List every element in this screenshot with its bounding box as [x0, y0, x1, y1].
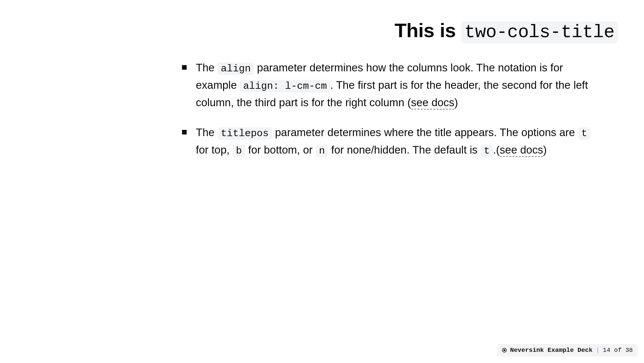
code-b: b	[233, 145, 245, 157]
title-code: two-cols-title	[461, 21, 618, 43]
list-item: The titlepos parameter determines where …	[182, 124, 606, 159]
list-item: The align parameter determines how the c…	[182, 59, 606, 111]
svg-point-1	[503, 349, 505, 351]
text: The	[196, 61, 218, 74]
slide-content: The align parameter determines how the c…	[182, 59, 606, 172]
code-align-example: align: l-cm-cm	[240, 80, 330, 92]
see-docs-link[interactable]: see docs	[411, 96, 454, 109]
text: parameter determines where the title app…	[272, 126, 578, 138]
text: )	[454, 96, 458, 109]
slide-footer: Neversink Example Deck | 14 of 38	[497, 344, 637, 356]
code-t: t	[578, 127, 590, 140]
text: for top,	[196, 144, 233, 156]
bullet-list: The align parameter determines how the c…	[182, 59, 606, 159]
title-prefix: This is	[395, 19, 461, 41]
code-t-default: t	[480, 145, 493, 157]
code-n: n	[316, 145, 328, 157]
code-align: align	[218, 62, 254, 75]
page-counter: 14 of 38	[603, 347, 633, 354]
deck-name: Neversink Example Deck	[510, 347, 593, 354]
slide-title: This is two-cols-title	[395, 19, 618, 43]
slide: This is two-cols-title The align paramet…	[0, 0, 644, 363]
see-docs-link[interactable]: see docs	[500, 144, 543, 157]
text: for bottom, or	[245, 144, 316, 156]
text: .(	[493, 144, 500, 156]
text: The	[196, 126, 218, 138]
code-titlepos: titlepos	[218, 127, 272, 140]
separator: |	[596, 347, 599, 354]
record-icon	[502, 348, 507, 353]
text: )	[543, 144, 547, 156]
text: for none/hidden. The default is	[328, 144, 481, 156]
